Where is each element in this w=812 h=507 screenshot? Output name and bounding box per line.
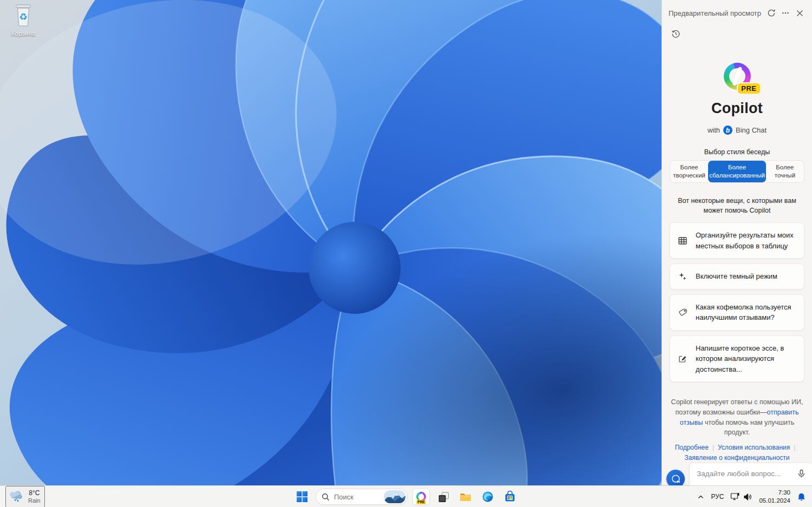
pre-badge: PRE xyxy=(737,82,761,95)
wallpaper-bloom xyxy=(0,0,662,485)
style-balanced-button[interactable]: Более сбалансированный xyxy=(708,161,766,182)
footer-links: Подробнее|Условия использования|Заявлени… xyxy=(666,443,808,463)
file-explorer-icon xyxy=(460,491,472,503)
panel-title: Предварительный просмотр xyxy=(669,9,764,17)
tag-icon xyxy=(678,307,687,317)
volume-icon xyxy=(743,493,752,501)
edge-browser-button[interactable] xyxy=(479,488,496,505)
chat-history-button[interactable] xyxy=(669,27,683,41)
learn-more-link[interactable]: Подробнее xyxy=(675,444,709,451)
taskbar: 8°C Rain Поиск xyxy=(0,485,812,507)
copilot-taskbar-button[interactable]: PRE xyxy=(412,488,430,505)
weather-text: 8°C Rain xyxy=(28,490,41,504)
notification-bell-button[interactable] xyxy=(794,488,809,505)
suggestion-cards: Организуйте результаты моих местных выбо… xyxy=(670,222,804,382)
copilot-panel: Предварительный просмотр xyxy=(662,0,812,485)
clock-text: 7:30 05.01.2024 xyxy=(759,489,790,505)
style-creative-button[interactable]: Более творческий xyxy=(670,161,708,182)
history-row xyxy=(662,20,812,41)
search-daily-image xyxy=(384,490,405,503)
microsoft-store-button[interactable] xyxy=(501,488,519,505)
intro-text: Вот некоторые вещи, с которыми вам может… xyxy=(674,196,800,215)
panel-header: Предварительный просмотр xyxy=(662,0,812,20)
weather-widget[interactable]: 8°C Rain xyxy=(5,486,45,507)
microphone-icon xyxy=(797,469,806,478)
privacy-statement-link[interactable]: Заявление о конфиденциальности xyxy=(684,454,789,462)
close-icon xyxy=(796,9,804,17)
tray-overflow-button[interactable] xyxy=(695,488,707,505)
language-label: РУС xyxy=(711,493,724,501)
sparkles-icon xyxy=(678,272,687,281)
copilot-title: Copilot xyxy=(662,100,812,117)
disclaimer-line3: чтобы помочь нам улучшить продукт. xyxy=(705,419,794,437)
store-icon xyxy=(504,491,516,503)
network-volume-group[interactable] xyxy=(728,488,755,505)
link-separator: | xyxy=(709,444,718,451)
date-label: 05.01.2024 xyxy=(759,497,790,505)
more-icon xyxy=(781,9,790,17)
suggestion-card-reviews[interactable]: Какая кофемолка пользуется наилучшими от… xyxy=(670,294,804,331)
network-icon xyxy=(730,492,740,501)
chat-plus-icon xyxy=(671,474,681,484)
task-view-button[interactable] xyxy=(435,488,452,505)
weather-rain-icon xyxy=(10,491,24,503)
with-bing-chat: with b Bing Chat xyxy=(662,126,812,135)
refresh-icon xyxy=(767,9,776,17)
search-placeholder: Поиск xyxy=(334,493,379,501)
copilot-pre-badge: PRE xyxy=(416,500,425,504)
with-label: with xyxy=(708,126,720,134)
refresh-button[interactable] xyxy=(764,6,778,20)
clock-widget[interactable]: 7:30 05.01.2024 xyxy=(756,488,793,505)
style-section-title: Выбор стиля беседы xyxy=(662,148,812,156)
desktop: ♻ Корзина xyxy=(0,0,662,485)
copilot-brand: PRE Copilot with b Bing Chat xyxy=(662,61,812,135)
microphone-button[interactable] xyxy=(797,469,806,478)
chat-input[interactable] xyxy=(697,470,793,478)
language-indicator[interactable]: РУС xyxy=(708,488,726,505)
recycle-bin-icon: ♻ xyxy=(12,3,34,27)
system-tray: РУС 7:30 05.01.2024 xyxy=(695,486,809,507)
bing-chat-label: Bing Chat xyxy=(736,126,767,134)
close-panel-button[interactable] xyxy=(793,6,807,20)
disclaimer-line1: Copilot генерирует ответы с помощью ИИ, xyxy=(671,398,803,406)
notification-bell-icon xyxy=(797,492,806,502)
time-label: 7:30 xyxy=(759,489,790,497)
conversation-style-group: Более творческий Более сбалансированный … xyxy=(670,160,804,183)
suggestion-card-essay[interactable]: Напишите короткое эссе, в котором анализ… xyxy=(670,335,804,383)
compose-icon xyxy=(678,354,687,364)
windows-start-icon xyxy=(296,491,308,503)
bing-icon: b xyxy=(723,126,732,135)
recycle-bin-label: Корзина xyxy=(2,30,44,37)
link-separator: | xyxy=(790,444,799,451)
suggestion-text: Включите темный режим xyxy=(696,271,777,282)
suggestion-text: Какая кофемолка пользуется наилучшими от… xyxy=(696,302,796,323)
start-button[interactable] xyxy=(293,488,311,505)
task-view-icon xyxy=(438,491,449,503)
style-precise-button[interactable]: Более точный xyxy=(766,161,804,182)
file-explorer-button[interactable] xyxy=(457,488,474,505)
search-icon xyxy=(322,493,330,501)
svg-text:♻: ♻ xyxy=(19,11,27,22)
history-icon xyxy=(671,29,680,38)
recycle-bin[interactable]: ♻ Корзина xyxy=(2,3,44,37)
terms-of-use-link[interactable]: Условия использования xyxy=(718,444,790,451)
chevron-up-icon xyxy=(697,493,704,501)
more-options-button[interactable] xyxy=(778,6,793,20)
taskbar-center: Поиск PRE xyxy=(293,486,519,507)
suggestion-card-table[interactable]: Организуйте результаты моих местных выбо… xyxy=(670,222,804,259)
screen: ♻ Корзина Предварительный просмотр xyxy=(0,0,812,507)
disclaimer-line2: поэтому возможны ошибки— xyxy=(676,409,767,416)
edge-icon xyxy=(482,491,494,503)
table-icon xyxy=(678,236,687,246)
copilot-logo: PRE xyxy=(722,61,752,91)
suggestion-card-darkmode[interactable]: Включите темный режим xyxy=(670,264,804,289)
ai-disclaimer: Copilot генерирует ответы с помощью ИИ, … xyxy=(671,397,803,438)
suggestion-text: Напишите короткое эссе, в котором анализ… xyxy=(696,343,796,375)
taskbar-search[interactable]: Поиск xyxy=(316,489,408,505)
suggestion-text: Организуйте результаты моих местных выбо… xyxy=(696,230,796,251)
weather-temp: 8°C xyxy=(28,490,41,497)
weather-condition: Rain xyxy=(28,497,41,504)
